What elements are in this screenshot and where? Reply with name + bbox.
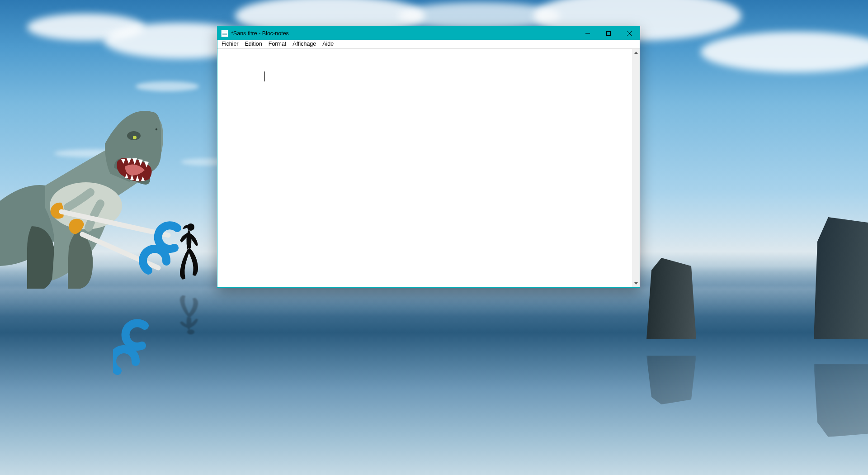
close-button[interactable] [619,27,640,40]
notepad-window[interactable]: *Sans titre - Bloc-notes Fichier Edition… [217,26,640,288]
maximize-button[interactable] [598,27,619,40]
minimize-button[interactable] [577,27,598,40]
menu-fichier[interactable]: Fichier [218,40,242,48]
text-caret [264,71,265,81]
vertical-scrollbar[interactable] [632,49,640,287]
svg-marker-22 [634,282,638,285]
editor-wrap [217,48,640,287]
svg-point-15 [187,223,194,231]
svg-rect-18 [607,31,611,35]
rock-formation [646,258,696,339]
rock-reflection [814,364,868,437]
desktop-wallpaper: *Sans titre - Bloc-notes Fichier Edition… [0,0,868,475]
running-person [177,223,200,284]
menu-aide[interactable]: Aide [319,40,337,48]
rock-formation [814,217,868,339]
menu-bar: Fichier Edition Format Affichage Aide [217,40,640,48]
notepad-icon [221,30,228,37]
dinosaur-illustration [0,90,190,290]
svg-point-16 [187,329,194,334]
rock-reflection [646,356,696,404]
window-title: *Sans titre - Bloc-notes [231,30,289,37]
scrollbar-track[interactable] [632,57,640,280]
menu-affichage[interactable]: Affichage [289,40,319,48]
titlebar[interactable]: *Sans titre - Bloc-notes [217,27,640,40]
scroll-up-button[interactable] [632,49,640,57]
svg-point-11 [133,136,137,139]
menu-format[interactable]: Format [265,40,290,48]
svg-point-12 [156,128,157,130]
scroll-down-button[interactable] [632,280,640,287]
svg-marker-21 [634,52,638,54]
menu-edition[interactable]: Edition [242,40,265,48]
claw-reflection [113,317,167,389]
running-person-reflection [177,292,200,335]
text-editor[interactable] [217,49,632,287]
